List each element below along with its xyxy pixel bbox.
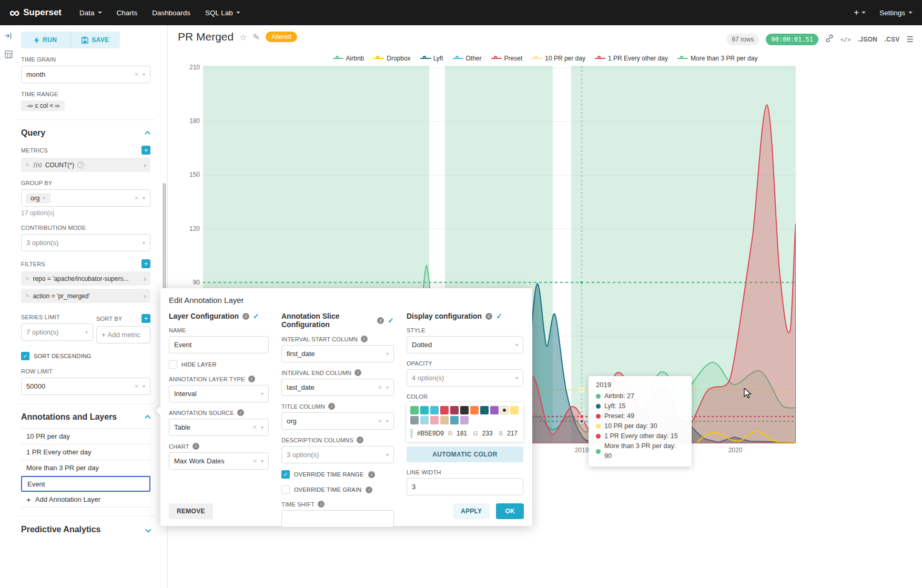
info-icon[interactable]: i bbox=[318, 501, 325, 508]
export-json-button[interactable]: .JSON bbox=[858, 36, 878, 43]
superset-logo[interactable]: ∞ Superset bbox=[9, 6, 62, 20]
remove-icon[interactable]: ✕ bbox=[25, 293, 29, 299]
query-section-header[interactable]: Query bbox=[21, 128, 150, 138]
copy-link-icon[interactable] bbox=[825, 34, 834, 45]
ok-button[interactable]: OK bbox=[496, 503, 524, 519]
clear-icon[interactable]: ✕ bbox=[378, 418, 382, 424]
hide-layer-checkbox[interactable]: HIDE LAYER bbox=[169, 360, 269, 369]
color-swatch[interactable] bbox=[450, 406, 459, 414]
clear-icon[interactable]: ✕ bbox=[253, 458, 257, 464]
info-icon[interactable]: i bbox=[366, 486, 372, 493]
export-csv-button[interactable]: .CSV bbox=[884, 36, 899, 43]
info-icon[interactable]: i bbox=[354, 369, 361, 376]
info-icon[interactable]: i bbox=[361, 336, 368, 342]
annotation-layer-item[interactable]: 10 PR per day bbox=[21, 429, 150, 444]
time-range-chip[interactable]: -∞ ≤ col < ∞ bbox=[21, 100, 65, 111]
apply-button[interactable]: APPLY bbox=[453, 503, 490, 519]
info-icon[interactable]: i bbox=[192, 443, 199, 450]
metric-chip[interactable]: ✕ ƒ(x) COUNT(*) ? › bbox=[21, 158, 150, 172]
legend-item[interactable]: Airbnb bbox=[333, 55, 364, 62]
annotation-layer-type-select[interactable]: Interval ▾ bbox=[169, 385, 269, 402]
sort-by-select[interactable]: +Add metric bbox=[96, 326, 150, 343]
color-swatch[interactable] bbox=[480, 406, 489, 414]
color-swatch[interactable] bbox=[420, 416, 429, 424]
clear-icon[interactable]: ✕ bbox=[135, 383, 139, 389]
add-sort-metric-button[interactable]: + bbox=[141, 314, 150, 323]
legend-item[interactable]: 1 PR Every other day bbox=[595, 55, 668, 62]
nav-item-sqllab[interactable]: SQL Lab bbox=[205, 9, 240, 17]
add-metric-button[interactable]: + bbox=[141, 146, 150, 155]
color-swatch[interactable] bbox=[470, 406, 479, 414]
nav-item-charts[interactable]: Charts bbox=[117, 9, 138, 17]
color-swatch[interactable] bbox=[430, 406, 439, 414]
favorite-star-icon[interactable]: ☆ bbox=[239, 32, 247, 42]
clear-icon[interactable]: ✕ bbox=[135, 72, 139, 77]
annotation-layer-item[interactable]: 1 PR Every other day bbox=[21, 444, 150, 460]
new-menu-button[interactable]: + bbox=[854, 7, 866, 18]
filter-chip[interactable]: ✕ action = 'pr_merged' › bbox=[21, 289, 150, 303]
filter-chip[interactable]: ✕ repo = 'apache/incubator-supers... › bbox=[21, 271, 150, 286]
override-time-range-checkbox[interactable]: ✓ OVERRIDE TIME RANGE i bbox=[281, 470, 394, 479]
info-icon[interactable]: i bbox=[377, 317, 384, 324]
legend-item[interactable]: Lyft bbox=[420, 55, 443, 62]
remove-tag-icon[interactable]: ✕ bbox=[42, 196, 46, 201]
color-swatch-selected[interactable] bbox=[500, 406, 509, 414]
time-grain-select[interactable]: month ✕▾ bbox=[21, 66, 150, 83]
time-shift-input[interactable] bbox=[281, 510, 394, 528]
annotation-layer-item-selected[interactable]: Event bbox=[21, 476, 150, 492]
collapse-panel-icon[interactable] bbox=[4, 32, 13, 42]
nav-item-dashboards[interactable]: Dashboards bbox=[152, 9, 190, 17]
color-swatch[interactable] bbox=[410, 406, 419, 414]
info-icon[interactable]: i bbox=[368, 471, 375, 478]
contribution-mode-select[interactable]: 3 option(s) ▾ bbox=[21, 234, 150, 251]
color-swatch[interactable] bbox=[510, 406, 519, 414]
info-icon[interactable]: i bbox=[248, 376, 255, 382]
name-input[interactable] bbox=[169, 336, 269, 353]
legend-item[interactable]: More than 3 PR per day bbox=[677, 55, 757, 62]
info-icon[interactable]: i bbox=[485, 313, 492, 320]
checkbox-unchecked-icon[interactable] bbox=[169, 360, 177, 369]
description-columns-select[interactable]: 3 option(s) ▾ bbox=[281, 446, 394, 463]
settings-menu[interactable]: Settings bbox=[879, 9, 913, 17]
title-column-select[interactable]: org ✕▾ bbox=[281, 412, 394, 430]
clear-icon[interactable]: ✕ bbox=[253, 424, 257, 430]
predictive-analytics-section-header[interactable]: Predictive Analytics bbox=[21, 525, 150, 534]
legend-item[interactable]: Other bbox=[453, 55, 482, 62]
info-icon[interactable]: i bbox=[237, 409, 244, 416]
g-value[interactable]: 233 bbox=[482, 430, 493, 437]
annotation-layer-item[interactable]: More than 3 PR per day bbox=[21, 460, 150, 476]
color-swatch[interactable] bbox=[440, 406, 449, 414]
checkbox-checked-icon[interactable]: ✓ bbox=[21, 352, 29, 360]
chart-select[interactable]: Max Work Dates ✕▾ bbox=[169, 452, 269, 470]
info-icon[interactable]: i bbox=[242, 313, 249, 320]
color-swatch[interactable] bbox=[460, 416, 469, 424]
add-filter-button[interactable]: + bbox=[141, 259, 150, 268]
dataset-grid-icon[interactable] bbox=[5, 50, 13, 60]
series-limit-select[interactable]: 7 option(s) ▾ bbox=[21, 323, 93, 341]
interval-end-column-select[interactable]: last_date ✕▾ bbox=[281, 379, 394, 396]
nav-item-data[interactable]: Data bbox=[79, 9, 102, 17]
save-button[interactable]: SAVE bbox=[71, 32, 120, 48]
legend-item[interactable]: 10 PR per day bbox=[532, 55, 585, 62]
info-icon[interactable]: i bbox=[328, 403, 335, 410]
remove-icon[interactable]: ✕ bbox=[25, 276, 29, 281]
remove-button[interactable]: REMOVE bbox=[169, 503, 213, 519]
clear-icon[interactable]: ✕ bbox=[378, 384, 382, 390]
add-annotation-layer-button[interactable]: + Add Annotation Layer bbox=[21, 492, 150, 508]
group-by-tag[interactable]: org✕ bbox=[26, 194, 50, 203]
color-swatch[interactable] bbox=[420, 406, 429, 414]
run-button[interactable]: RUN bbox=[21, 32, 70, 48]
color-swatch[interactable] bbox=[410, 416, 419, 424]
r-value[interactable]: 181 bbox=[457, 430, 467, 437]
group-by-select[interactable]: org✕ ✕▾ bbox=[21, 189, 150, 207]
legend-item[interactable]: Dropbox bbox=[373, 55, 410, 62]
color-swatch[interactable] bbox=[430, 416, 439, 424]
hex-value[interactable]: #B5E9D9 bbox=[417, 430, 444, 437]
embed-code-icon[interactable]: </> bbox=[840, 36, 851, 43]
checkbox-checked-icon[interactable]: ✓ bbox=[281, 470, 290, 479]
row-limit-select[interactable]: 50000 ✕▾ bbox=[21, 378, 150, 395]
clear-icon[interactable]: ✕ bbox=[135, 195, 139, 201]
interval-start-column-select[interactable]: first_date ▾ bbox=[281, 345, 394, 362]
color-swatch[interactable] bbox=[460, 406, 469, 414]
color-swatch[interactable] bbox=[490, 406, 499, 414]
